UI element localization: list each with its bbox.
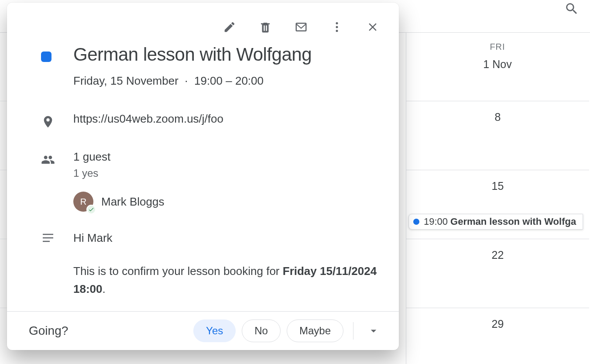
description-icon [40, 230, 56, 246]
guest-avatar-initial: R [80, 197, 86, 207]
popup-body: German lesson with Wolfgang Friday, 15 N… [7, 43, 399, 311]
event-color-dot [413, 219, 419, 225]
rsvp-yes-button[interactable]: Yes [193, 319, 236, 342]
search-button[interactable] [561, 0, 582, 19]
guest-avatar: R [73, 192, 93, 212]
description-text: . [103, 282, 106, 295]
event-time-text: 19:00 – 20:00 [194, 74, 264, 87]
popup-toolbar [7, 3, 399, 43]
pencil-icon [223, 21, 236, 34]
description-section: Hi Mark This is to confirm your lesson b… [73, 229, 378, 311]
rsvp-more-button[interactable] [363, 320, 384, 341]
event-color-square [41, 52, 51, 62]
rsvp-maybe-button[interactable]: Maybe [287, 319, 343, 342]
event-detail-popup: German lesson with Wolfgang Friday, 15 N… [7, 3, 399, 350]
guest-name: Mark Bloggs [101, 195, 165, 209]
going-label: Going? [29, 324, 185, 338]
event-chip-time: 19:00 [424, 216, 448, 227]
email-guests-button[interactable] [290, 16, 312, 38]
trash-icon [259, 21, 272, 34]
guest-status-summary: 1 yes [73, 167, 378, 179]
location-link[interactable]: https://us04web.zoom.us/j/foo [73, 112, 378, 126]
popup-footer: Going? Yes No Maybe [7, 311, 399, 350]
guests-section: 1 guest 1 yes R Mark Bloggs [73, 150, 378, 212]
svg-point-0 [336, 22, 338, 24]
footer-divider [353, 322, 353, 340]
close-icon [366, 21, 379, 34]
guest-row[interactable]: R Mark Bloggs [73, 192, 378, 212]
day-column: 8 15 22 29 [406, 32, 589, 364]
event-datetime: Friday, 15 November · 19:00 – 20:00 [73, 74, 378, 88]
cell-date: 15 [406, 180, 589, 192]
event-date-text: Friday, 15 November [73, 74, 178, 87]
calendar-cell[interactable] [406, 32, 589, 101]
event-chip-title: German lesson with Wolfga [450, 216, 576, 227]
people-icon [40, 152, 56, 168]
location-icon [40, 114, 56, 130]
dots-vertical-icon [330, 21, 343, 34]
rsvp-buttons: Yes No Maybe [193, 319, 384, 342]
event-title: German lesson with Wolfgang [73, 45, 378, 65]
svg-point-1 [336, 26, 338, 28]
calendar-event-chip[interactable]: 19:00 German lesson with Wolfga [408, 214, 583, 230]
location-section: https://us04web.zoom.us/j/foo [73, 112, 378, 126]
search-icon [564, 1, 579, 16]
cell-date: 29 [406, 318, 589, 330]
more-options-button[interactable] [326, 16, 348, 38]
close-popup-button[interactable] [361, 16, 384, 38]
description-text: This is to confirm your lesson booking f… [73, 264, 283, 278]
calendar-cell[interactable]: 29 [406, 308, 589, 364]
check-icon [88, 206, 94, 213]
calendar-cell[interactable]: 22 [406, 239, 589, 308]
accepted-badge [86, 205, 96, 214]
cell-date: 8 [406, 111, 589, 124]
guest-count: 1 guest [73, 150, 378, 164]
chevron-down-icon [367, 324, 380, 337]
calendar-cell[interactable]: 8 [406, 101, 589, 170]
delete-event-button[interactable] [254, 16, 277, 38]
rsvp-no-button[interactable]: No [242, 319, 281, 342]
description-confirm-line: This is to confirm your lesson booking f… [73, 262, 378, 298]
mail-icon [295, 21, 308, 34]
svg-point-2 [336, 30, 338, 32]
edit-event-button[interactable] [218, 16, 241, 38]
description-greeting: Hi Mark [73, 229, 378, 247]
cell-date: 22 [406, 249, 589, 261]
